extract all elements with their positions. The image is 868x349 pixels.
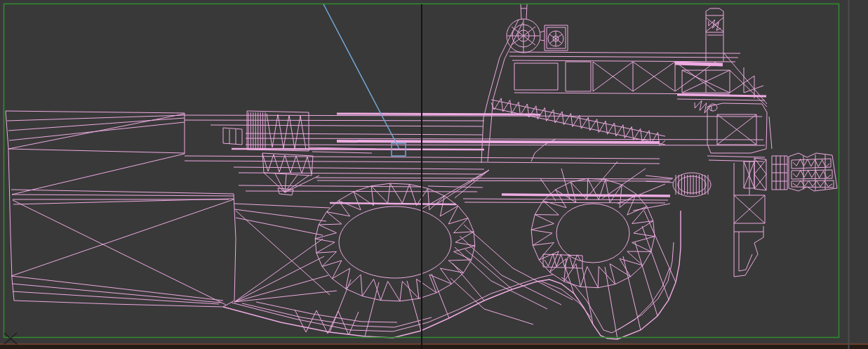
status-strip	[0, 344, 868, 349]
viewport-background	[0, 0, 868, 349]
viewport-canvas[interactable]	[0, 0, 868, 349]
